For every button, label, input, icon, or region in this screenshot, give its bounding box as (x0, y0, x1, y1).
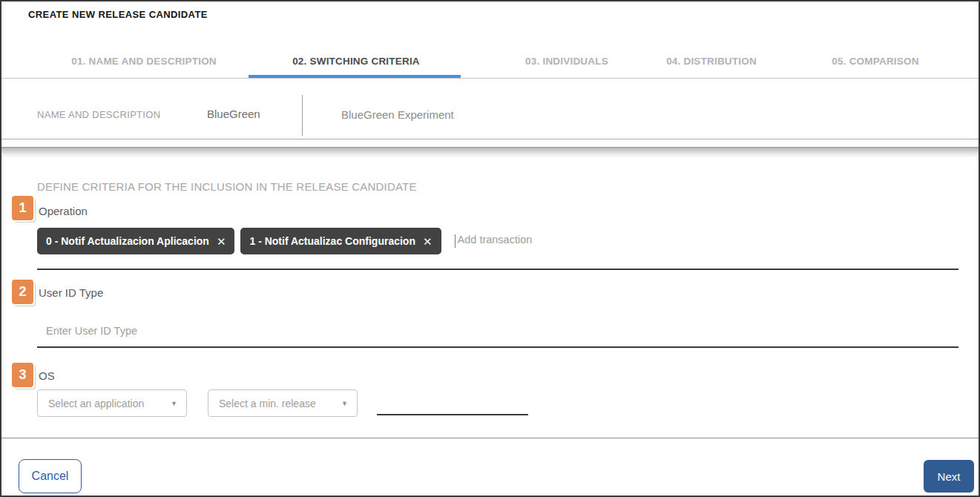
user-id-type-input[interactable] (37, 324, 493, 338)
create-release-candidate-dialog: CREATE NEW RELEASE CANDIDATE 01. NAME AN… (0, 0, 980, 497)
summary-divider (302, 95, 303, 136)
summary-bottom-divider (1, 139, 980, 139)
page-title: CREATE NEW RELEASE CANDIDATE (28, 9, 208, 20)
step-3-badge: 3 (12, 363, 33, 387)
os-label: OS (39, 369, 55, 382)
chevron-down-icon: ▼ (341, 400, 348, 407)
add-transaction-input[interactable] (456, 233, 682, 246)
transaction-chip[interactable]: 1 - Notif Actualizac Configuracion ✕ (240, 228, 441, 254)
summary-section-label: NAME AND DESCRIPTION (37, 109, 160, 120)
tab-name-and-description[interactable]: 01. NAME AND DESCRIPTION (71, 56, 217, 67)
chevron-down-icon: ▼ (171, 400, 177, 407)
tab-switching-criteria[interactable]: 02. SWITCHING CRITERIA (292, 56, 420, 67)
tab-distribution[interactable]: 04. DISTRIBUTION (666, 56, 757, 67)
header-shadow (1, 147, 980, 157)
os-version-input[interactable] (377, 389, 528, 415)
tab-individuals[interactable]: 03. INDIVIDUALS (525, 56, 608, 67)
text-caret (455, 234, 456, 248)
chip-label: 0 - Notif Actualizacion Aplicacion (46, 235, 209, 247)
application-select-value: Select an application (48, 398, 166, 409)
release-candidate-description: BlueGreen Experiment (341, 108, 454, 121)
min-release-select-value: Select a min. release (219, 398, 337, 409)
user-id-type-field (37, 304, 958, 348)
transaction-chip[interactable]: 0 - Notif Actualizacion Aplicacion ✕ (37, 228, 234, 254)
remove-icon[interactable]: ✕ (217, 236, 226, 247)
footer-divider (1, 438, 980, 438)
criteria-heading: DEFINE CRITERIA FOR THE INCLUSION IN THE… (37, 180, 417, 193)
step-2-badge: 2 (12, 280, 33, 304)
release-candidate-name: BlueGreen (207, 108, 260, 120)
chip-label: 1 - Notif Actualizac Configuracion (249, 235, 415, 247)
user-id-type-label: User ID Type (39, 286, 103, 299)
min-release-select[interactable]: Select a min. release ▼ (208, 389, 358, 417)
operation-field: 0 - Notif Actualizacion Aplicacion ✕ 1 -… (37, 226, 958, 270)
next-button[interactable]: Next (924, 460, 974, 493)
remove-icon[interactable]: ✕ (423, 236, 433, 247)
tab-strip-divider (1, 78, 980, 79)
tab-comparison[interactable]: 05. COMPARISON (832, 56, 918, 67)
step-1-badge: 1 (12, 196, 33, 220)
cancel-button[interactable]: Cancel (19, 459, 82, 493)
operation-label: Operation (39, 205, 88, 217)
application-select[interactable]: Select an application ▼ (37, 389, 187, 417)
